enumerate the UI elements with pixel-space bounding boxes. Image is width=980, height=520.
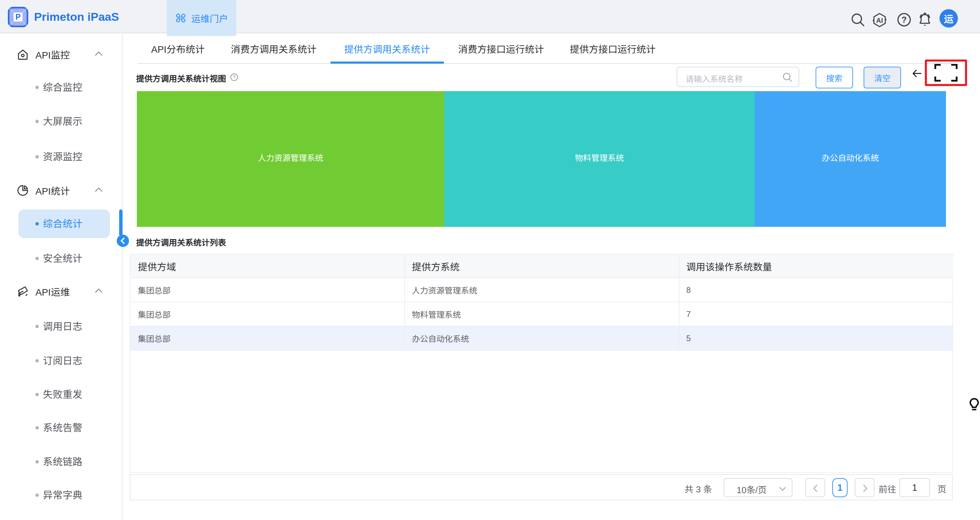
svg-text:P: P (15, 13, 21, 21)
svg-text:?: ? (233, 75, 235, 80)
svg-text:AI: AI (876, 17, 883, 24)
svg-text:?: ? (901, 15, 907, 24)
